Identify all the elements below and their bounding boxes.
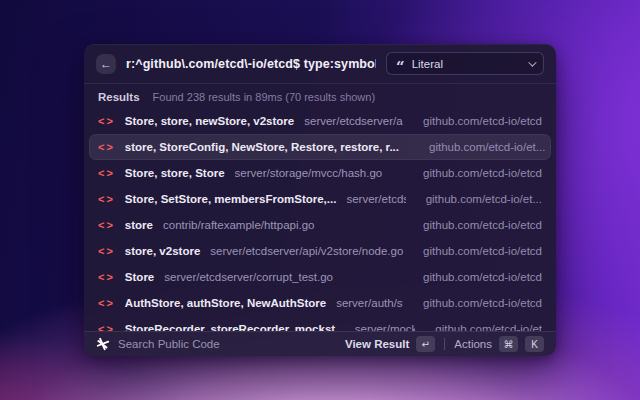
result-repo: github.com/etcd-io/etcd xyxy=(413,115,542,127)
result-symbols: StoreRecorder, storeRecorder, mockst... xyxy=(125,323,345,331)
actions-button[interactable]: Actions xyxy=(454,338,492,350)
result-repo: github.com/etcd-io/et... xyxy=(419,141,545,153)
search-query-text: r:^github\.com/etcd\-io/etcd$ type:symbo… xyxy=(126,57,376,71)
return-key-icon[interactable]: ↵ xyxy=(416,336,435,352)
search-palette-window: ← r:^github\.com/etcd\-io/etcd$ type:sym… xyxy=(84,44,556,356)
quote-icon: “ xyxy=(396,62,405,72)
results-label: Results xyxy=(98,91,140,103)
symbol-icon: <> xyxy=(98,271,115,283)
result-repo: github.com/etcd-io/et xyxy=(425,323,542,331)
result-symbols: store, v2store xyxy=(125,245,200,257)
result-repo: github.com/etcd-io/etcd xyxy=(413,271,542,283)
result-row[interactable]: <> Store, SetStore, membersFromStore,...… xyxy=(89,186,551,212)
results-summary: Found 238 results in 89ms (70 results sh… xyxy=(153,91,376,103)
result-row[interactable]: <> store, v2store server/etcdserver/api/… xyxy=(89,238,551,264)
view-result-button[interactable]: View Result xyxy=(345,338,409,350)
result-repo: github.com/etcd-io/etcd xyxy=(413,245,542,257)
symbol-icon: <> xyxy=(98,141,115,153)
symbol-icon: <> xyxy=(98,193,115,205)
result-symbols: AuthStore, authStore, NewAuthStore xyxy=(125,297,326,309)
result-path: contrib/raftexample/httpapi.go xyxy=(163,219,315,231)
symbol-icon: <> xyxy=(98,297,115,309)
result-repo: github.com/etcd-io/etcd xyxy=(413,297,542,309)
result-row[interactable]: <> Store, store, Store server/storage/mv… xyxy=(89,160,551,186)
result-symbols: store xyxy=(125,219,153,231)
results-header: Results Found 238 results in 89ms (70 re… xyxy=(84,84,556,104)
search-mode-dropdown[interactable]: “ Literal xyxy=(386,52,544,75)
result-symbols: Store, SetStore, membersFromStore,... xyxy=(125,193,337,205)
symbol-icon: <> xyxy=(98,245,115,257)
result-row[interactable]: <> Store server/etcdserver/corrupt_test.… xyxy=(89,264,551,290)
back-arrow-icon: ← xyxy=(100,57,112,71)
sourcegraph-logo-icon xyxy=(96,337,110,351)
result-repo: github.com/etcd-io/et... xyxy=(416,193,542,205)
result-symbols: store, StoreConfig, NewStore, Restore, r… xyxy=(125,141,399,153)
result-row[interactable]: <> store contrib/raftexample/httpapi.go … xyxy=(89,212,551,238)
result-row[interactable]: <> StoreRecorder, storeRecorder, mockst.… xyxy=(89,316,551,331)
result-path: server/etcdserver/api/v2store/store.go xyxy=(304,115,403,127)
result-path: server/storage/mvcc/hash.go xyxy=(235,167,383,179)
footer-divider xyxy=(444,338,445,350)
command-key-icon[interactable]: ⌘ xyxy=(499,336,518,352)
symbol-icon: <> xyxy=(98,219,115,231)
footer-bar: Search Public Code View Result ↵ Actions… xyxy=(84,331,556,356)
result-row[interactable]: <> AuthStore, authStore, NewAuthStore se… xyxy=(89,290,551,316)
result-repo: github.com/etcd-io/etcd xyxy=(413,167,542,179)
symbol-icon: <> xyxy=(98,115,115,127)
result-symbols: Store xyxy=(125,271,154,283)
footer-brand-label: Search Public Code xyxy=(118,338,220,350)
search-mode-label: Literal xyxy=(412,58,443,70)
chevron-down-icon xyxy=(528,58,536,66)
results-list: <> Store, store, newStore, v2store serve… xyxy=(84,104,556,331)
result-row[interactable]: <> store, StoreConfig, NewStore, Restore… xyxy=(89,134,551,160)
search-input[interactable]: r:^github\.com/etcd\-io/etcd$ type:symbo… xyxy=(126,57,376,71)
symbol-icon: <> xyxy=(98,323,115,331)
result-path: server/etcdserver/api/membership/cluste.… xyxy=(346,193,405,205)
result-path: server/etcdserver/corrupt_test.go xyxy=(164,271,333,283)
back-button[interactable]: ← xyxy=(96,54,116,74)
symbol-icon: <> xyxy=(98,167,115,179)
result-path: server/etcdserver/api/v2store/node.go xyxy=(210,245,403,257)
result-symbols: Store, store, newStore, v2store xyxy=(125,115,294,127)
result-row[interactable]: <> Store, store, newStore, v2store serve… xyxy=(89,108,551,134)
result-path: server/auth/store.go xyxy=(336,297,403,309)
result-repo: github.com/etcd-io/etcd xyxy=(413,219,542,231)
k-key-icon[interactable]: K xyxy=(525,336,544,352)
result-path: server/mock/mockstore/store_recorder.go xyxy=(355,323,416,331)
search-bar: ← r:^github\.com/etcd\-io/etcd$ type:sym… xyxy=(84,44,556,84)
result-symbols: Store, store, Store xyxy=(125,167,225,179)
